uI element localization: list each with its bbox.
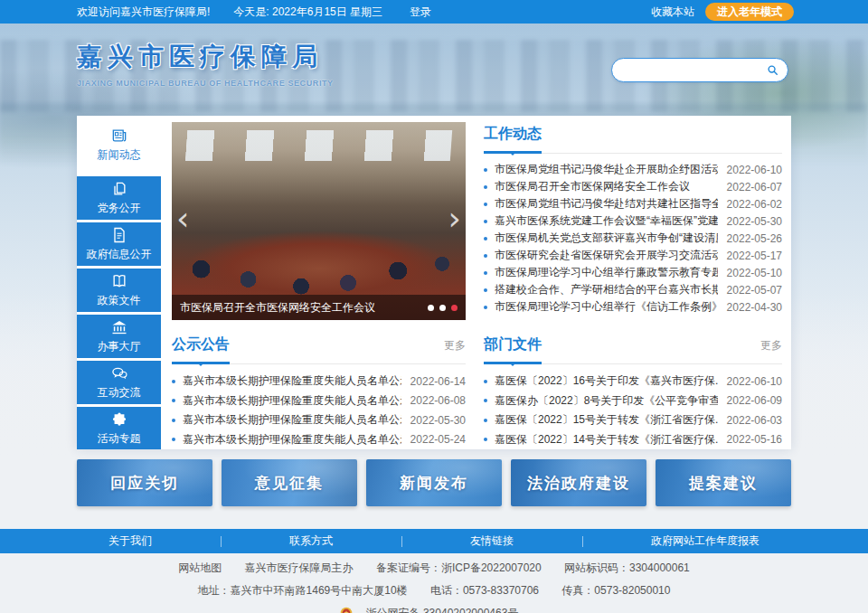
sidebar-item-gov-info[interactable]: 政府信息公开 [77, 222, 161, 266]
news-list-item: 市医保局理论学习中心组举行《信访工作条例》专题...2022-04-30 [484, 298, 782, 316]
section-title: 公示公告 [172, 335, 230, 354]
news-item-link[interactable]: 嘉医保〔2022〕15号关于转发《浙江省医疗保... [495, 412, 718, 428]
news-item-date: 2022-06-09 [727, 394, 782, 407]
news-item-date: 2022-06-14 [410, 375, 466, 388]
footer-nav-bar: 关于我们 联系方式 友情链接 政府网站工作年度报表 [0, 529, 868, 553]
sidebar-item-label: 新闻动态 [98, 147, 141, 163]
news-item-link[interactable]: 搭建校企合作、产学研相结合的平台嘉兴市长期护理... [495, 282, 718, 297]
sidebar-item-special-topics[interactable]: 活动专题 [77, 407, 161, 449]
news-item-link[interactable]: 嘉兴市本级长期护理保险重度失能人员名单公示（2... [183, 393, 401, 409]
news-item-link[interactable]: 嘉兴市本级长期护理保险重度失能人员名单公示（2... [183, 373, 401, 389]
news-item-link[interactable]: 市医保局党组书记冯俊华赴结对共建社区指导全国文... [495, 196, 718, 212]
carousel-dot[interactable] [439, 305, 446, 311]
elder-mode-button[interactable]: 进入老年模式 [705, 3, 794, 21]
news-item-link[interactable]: 嘉兴市本级长期护理保险重度失能人员名单公示（2... [183, 432, 401, 448]
banner-proposal-suggestions[interactable]: 提案建议 [656, 459, 791, 506]
work-news-list: 市医保局党组书记冯俊华赴企开展助企纾困活动2022-06-10市医保局召开全市医… [484, 161, 782, 316]
bullet-icon [172, 419, 175, 422]
carousel-dot-active[interactable] [451, 305, 458, 311]
footer-nav-links[interactable]: 友情链接 [470, 533, 514, 549]
news-list-item: 嘉兴市本级长期护理保险重度失能人员名单公示（2...2022-06-08 [172, 391, 466, 411]
news-item-link[interactable]: 市医保局理论学习中心组举行《信访工作条例》专题... [495, 299, 718, 315]
carousel-caption[interactable]: 市医保局召开全市医保网络安全工作会议 [180, 300, 420, 316]
news-list-item: 市医保局机关党总支部获评嘉兴市争创“建设清廉机...2022-05-26 [484, 230, 782, 247]
news-item-date: 2022-05-26 [727, 232, 782, 245]
news-item-date: 2022-06-02 [727, 198, 782, 211]
news-item-date: 2022-05-17 [727, 250, 782, 262]
host-text: 嘉兴市医疗保障局主办 [245, 561, 354, 574]
bullet-icon [484, 306, 487, 309]
news-item-link[interactable]: 市医保局机关党总支部获评嘉兴市争创“建设清廉机... [495, 231, 718, 246]
section-title: 部门文件 [484, 335, 542, 354]
news-item-link[interactable]: 嘉兴市本级长期护理保险重度失能人员名单公示（2... [183, 412, 401, 428]
bullet-icon [484, 399, 487, 402]
site-code-text: 网站标识码：3304000061 [564, 561, 690, 574]
top-row: ‹ › 市医保局召开全市医保网络安全工作会议 工作动态 市医保局党组书记冯俊华赴… [172, 122, 782, 320]
carousel-photo-detail [185, 130, 452, 161]
banner-respond-concerns[interactable]: 回应关切 [77, 459, 212, 506]
puzzle-icon [110, 410, 128, 429]
login-link[interactable]: 登录 [410, 5, 431, 20]
main-content-card: 新闻动态 党务公开 政府信息公开 政策文件 [77, 116, 791, 449]
sidebar-item-policy-files[interactable]: 政策文件 [77, 269, 161, 312]
footer-nav-contact[interactable]: 联系方式 [289, 533, 333, 549]
news-item-date: 2022-05-10 [727, 267, 782, 279]
sidebar-item-news[interactable]: 新闻动态 [77, 116, 161, 173]
news-list-item: 嘉医保〔2022〕16号关于印发《嘉兴市医疗保...2022-06-10 [484, 372, 782, 391]
sidebar-item-label: 活动专题 [98, 431, 141, 447]
favorite-site-link[interactable]: 收藏本站 [651, 5, 694, 20]
footer-nav-about[interactable]: 关于我们 [108, 533, 152, 549]
sidebar-item-interaction[interactable]: 互动交流 [77, 361, 161, 404]
bottom-row: 公示公告 更多 嘉兴市本级长期护理保险重度失能人员名单公示（2...2022-0… [172, 333, 782, 449]
news-item-date: 2022-05-24 [410, 433, 466, 446]
news-list-item: 嘉兴市本级长期护理保险重度失能人员名单公示（2...2022-06-14 [172, 372, 466, 391]
divider [401, 536, 402, 547]
banner-news-release[interactable]: 新闻发布 [366, 459, 502, 506]
notices-more-link[interactable]: 更多 [444, 338, 466, 354]
pages-icon [110, 180, 128, 198]
news-item-link[interactable]: 市医保局召开全市医保网络安全工作会议 [495, 179, 718, 194]
security-record-link[interactable]: 浙公网安备 33040202000463号 [340, 607, 529, 613]
news-item-link[interactable]: 嘉医保〔2022〕14号关于转发《浙江省医疗保... [495, 432, 718, 448]
news-item-link[interactable]: 嘉医保〔2022〕16号关于印发《嘉兴市医疗保... [495, 373, 718, 389]
banner-law-government[interactable]: 法治政府建设 [511, 459, 646, 506]
carousel-prev-arrow[interactable]: ‹ [176, 203, 189, 235]
bullet-icon [484, 288, 487, 292]
bullet-icon [172, 399, 175, 402]
sidebar-item-party-affairs[interactable]: 党务公开 [77, 176, 161, 220]
news-item-date: 2022-05-30 [410, 414, 466, 427]
sitemap-link[interactable]: 网站地图 [178, 561, 222, 574]
footer-nav-annual-report[interactable]: 政府网站工作年度报表 [651, 533, 760, 549]
news-item-link[interactable]: 市医保局理论学习中心组举行廉政警示教育专题学习... [495, 265, 718, 280]
sidebar-item-service-hall[interactable]: 办事大厅 [77, 315, 161, 358]
news-item-date: 2022-05-07 [727, 284, 782, 297]
banner-opinion-collection[interactable]: 意见征集 [222, 459, 357, 506]
news-item-date: 2022-06-10 [727, 164, 782, 176]
news-item-link[interactable]: 嘉兴市医保系统党建工作会议暨“幸福医保”党建联... [495, 213, 718, 229]
sidebar-item-label: 党务公开 [98, 201, 141, 216]
bullet-icon [484, 185, 487, 189]
bank-icon [110, 318, 128, 336]
news-item-link[interactable]: 嘉医保办〔2022〕8号关于印发《公平竞争审查... [495, 393, 718, 409]
divider [221, 536, 222, 547]
carousel-dot[interactable] [428, 305, 434, 311]
carousel-next-arrow[interactable]: › [448, 203, 461, 235]
search-input[interactable] [620, 64, 766, 77]
bullet-icon [484, 254, 487, 258]
public-security-badge-icon [340, 607, 353, 613]
sidebar-item-label: 政府信息公开 [87, 247, 152, 262]
banner-label: 法治政府建设 [527, 473, 630, 494]
news-list-item: 搭建校企合作、产学研相结合的平台嘉兴市长期护理...2022-05-07 [484, 281, 782, 298]
news-list-item: 市医保研究会赴省医保研究会开展学习交流活动2022-05-17 [484, 247, 782, 264]
news-item-link[interactable]: 市医保研究会赴省医保研究会开展学习交流活动 [495, 248, 718, 263]
search-icon[interactable] [766, 63, 779, 77]
fax-text: 传真：0573-82050010 [561, 584, 670, 597]
work-news-section: 工作动态 市医保局党组书记冯俊华赴企开展助企纾困活动2022-06-10市医保局… [484, 122, 782, 320]
news-item-link[interactable]: 市医保局党组书记冯俊华赴企开展助企纾困活动 [495, 162, 718, 177]
banner-links-row: 回应关切 意见征集 新闻发布 法治政府建设 提案建议 [77, 459, 791, 506]
news-item-date: 2022-06-07 [727, 181, 782, 193]
section-header: 部门文件 更多 [484, 333, 782, 364]
dept-files-more-link[interactable]: 更多 [760, 338, 782, 354]
news-item-date: 2022-05-16 [727, 433, 782, 446]
content-area: ‹ › 市医保局召开全市医保网络安全工作会议 工作动态 市医保局党组书记冯俊华赴… [161, 116, 791, 449]
